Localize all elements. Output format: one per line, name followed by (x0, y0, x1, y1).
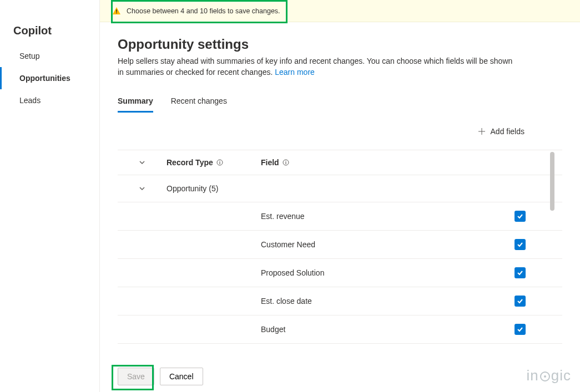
checkbox[interactable] (515, 211, 526, 222)
tab-summary[interactable]: Summary (118, 93, 153, 113)
tab-label: Summary (118, 96, 153, 105)
table-row: Budget (118, 315, 562, 344)
table-row: Customer Need (118, 231, 562, 259)
plus-icon (477, 127, 486, 136)
field-name: Est. close date (261, 297, 312, 306)
svg-rect-7 (285, 161, 286, 161)
cancel-button[interactable]: Cancel (160, 368, 203, 385)
header-field: Field (261, 158, 279, 167)
main-area: Choose between 4 and 10 fields to save c… (100, 0, 580, 392)
table-row: Proposed Solution (118, 259, 562, 287)
checkbox[interactable] (515, 324, 526, 335)
warning-text: Choose between 4 and 10 fields to save c… (127, 7, 280, 15)
svg-rect-1 (116, 12, 117, 13)
header-record-type: Record Type (167, 158, 213, 167)
svg-rect-4 (219, 161, 220, 161)
table-row: Est. close date (118, 287, 562, 315)
learn-more-link[interactable]: Learn more (275, 68, 315, 77)
svg-rect-6 (285, 162, 286, 164)
group-label: Opportunity (5) (167, 184, 218, 193)
sidebar: Copilot Setup Opportunities Leads (0, 0, 100, 392)
field-name: Budget (261, 325, 285, 334)
sidebar-item-label: Opportunities (19, 74, 70, 83)
chevron-down-icon[interactable] (139, 185, 145, 192)
checkbox[interactable] (515, 296, 526, 307)
info-icon[interactable] (283, 159, 289, 166)
sidebar-item-opportunities[interactable]: Opportunities (0, 67, 99, 89)
scrollbar-thumb[interactable] (550, 152, 554, 211)
add-fields-button[interactable]: Add fields (477, 127, 524, 136)
field-name: Proposed Solution (261, 268, 324, 277)
checkbox[interactable] (515, 239, 526, 250)
table-header-row: Record Type Field (118, 150, 562, 175)
group-row-opportunity[interactable]: Opportunity (5) (118, 175, 562, 202)
sidebar-item-setup[interactable]: Setup (0, 45, 99, 67)
page-description-text: Help sellers stay ahead with summaries o… (118, 57, 512, 77)
tab-label: Recent changes (171, 96, 227, 105)
sidebar-item-label: Leads (19, 96, 41, 105)
footer: Save Cancel (100, 361, 580, 392)
sidebar-title: Copilot (0, 24, 99, 45)
tab-recent-changes[interactable]: Recent changes (171, 93, 227, 113)
chevron-down-icon[interactable] (139, 159, 145, 166)
field-name: Customer Need (261, 240, 315, 249)
fields-table: Record Type Field (118, 150, 562, 392)
page-description: Help sellers stay ahead with summaries o… (118, 55, 517, 78)
svg-rect-3 (219, 162, 220, 164)
warning-banner: Choose between 4 and 10 fields to save c… (100, 0, 580, 22)
sidebar-item-leads[interactable]: Leads (0, 89, 99, 111)
tabs: Summary Recent changes (118, 93, 562, 113)
checkbox[interactable] (515, 267, 526, 278)
info-icon[interactable] (216, 159, 223, 166)
add-fields-label: Add fields (491, 127, 524, 136)
field-name: Est. revenue (261, 212, 305, 221)
table-row: Est. revenue (118, 202, 562, 231)
warning-icon (112, 7, 121, 16)
svg-rect-0 (116, 9, 117, 12)
page-title: Opportunity settings (118, 37, 562, 52)
sidebar-item-label: Setup (19, 52, 40, 60)
save-button[interactable]: Save (118, 368, 154, 385)
